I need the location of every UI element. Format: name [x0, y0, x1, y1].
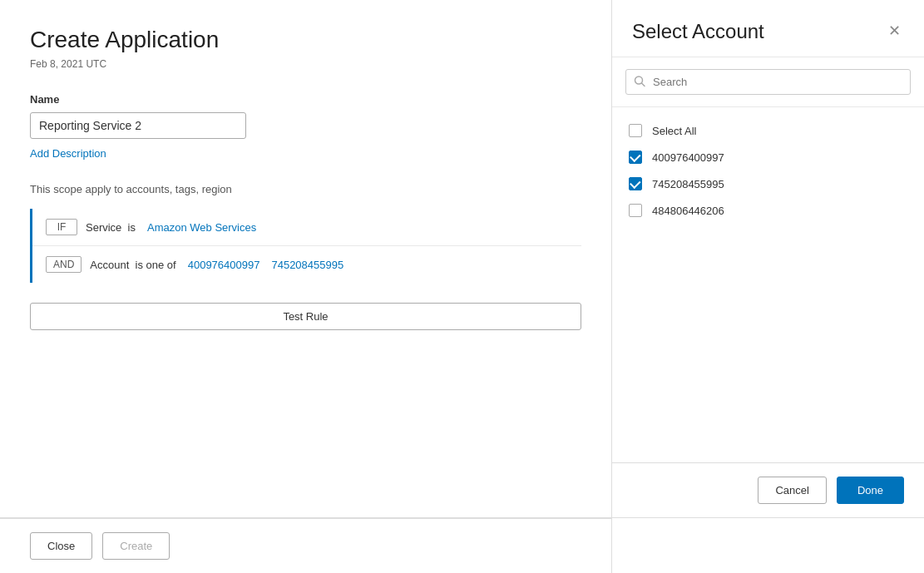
svg-line-1	[642, 83, 645, 86]
account-item-1[interactable]: 400976400997	[625, 144, 911, 170]
rule-row-if: IF Service is Amazon Web Services	[32, 209, 581, 246]
account-item-2[interactable]: 745208455995	[625, 170, 911, 197]
rule-row-and: AND Account is one of 400976400997 74520…	[32, 246, 581, 283]
search-icon	[634, 75, 645, 89]
account-item-3[interactable]: 484806446206	[625, 197, 911, 224]
account-label-select-all: Select All	[652, 125, 696, 137]
rule-and-account-link-2[interactable]: 745208455995	[271, 259, 343, 271]
search-input[interactable]	[625, 69, 911, 95]
panel-header: Select Account ✕	[612, 0, 924, 57]
account-item-select-all[interactable]: Select All	[625, 117, 911, 144]
rule-if-service-link[interactable]: Amazon Web Services	[147, 221, 256, 234]
close-button[interactable]: Close	[30, 532, 92, 560]
close-panel-button[interactable]: ✕	[885, 20, 904, 42]
checkbox-account-2[interactable]	[629, 177, 642, 190]
rule-tag-and: AND	[46, 256, 82, 273]
add-description-link[interactable]: Add Description	[30, 147, 581, 160]
panel-title: Select Account	[632, 20, 764, 43]
account-label-3: 484806446206	[652, 205, 724, 217]
page-title: Create Application	[30, 27, 581, 53]
rule-tag-if: IF	[46, 219, 77, 235]
page-date: Feb 8, 2021 UTC	[30, 58, 581, 70]
accounts-list: Select All 400976400997 745208455995 484…	[612, 107, 924, 462]
test-rule-button[interactable]: Test Rule	[30, 303, 581, 330]
account-label-1: 400976400997	[652, 151, 724, 164]
main-footer-left: Close Create	[0, 518, 612, 573]
panel-footer: Cancel Done	[612, 462, 924, 517]
checkbox-select-all[interactable]	[629, 124, 642, 137]
rule-and-account-link-1[interactable]: 400976400997	[188, 259, 260, 271]
checkbox-account-3[interactable]	[629, 204, 642, 217]
scope-description-text: This scope apply to accounts, tags, regi…	[30, 183, 581, 195]
scope-rules: IF Service is Amazon Web Services AND Ac…	[30, 209, 581, 283]
account-label-2: 745208455995	[652, 178, 724, 190]
done-button[interactable]: Done	[837, 477, 904, 504]
search-container	[612, 57, 924, 107]
cancel-button[interactable]: Cancel	[758, 477, 826, 504]
rule-if-text: Service is	[86, 221, 136, 234]
select-account-panel: Select Account ✕ Select All 400976400997	[612, 0, 924, 517]
name-input[interactable]	[30, 112, 246, 139]
checkbox-account-1[interactable]	[629, 151, 642, 164]
rule-and-text: Account is one of	[90, 259, 175, 271]
name-field-label: Name	[30, 93, 581, 106]
create-button[interactable]: Create	[102, 532, 170, 560]
create-application-panel: Create Application Feb 8, 2021 UTC Name …	[0, 0, 612, 517]
main-footer-right-spacer	[612, 518, 924, 573]
